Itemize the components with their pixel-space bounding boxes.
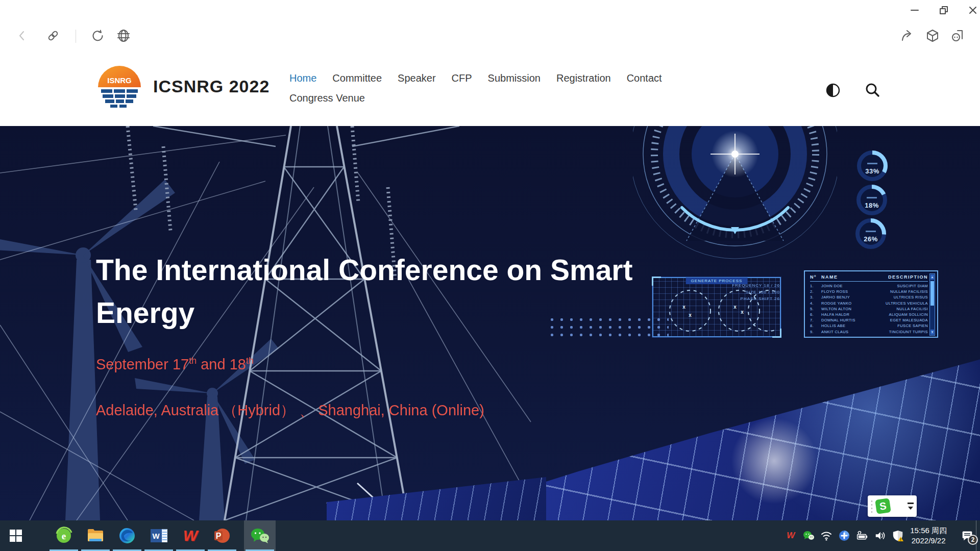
scroll-up-arrow: ▲	[930, 274, 934, 280]
site-title: ICSNRG 2022	[153, 77, 270, 96]
hud-table-scrollbar: ▲ ▼	[929, 273, 935, 336]
table-row: 6.HALFA HALDRALIQUAM SOLLICIN	[810, 312, 928, 317]
scroll-thumb	[930, 281, 934, 306]
svg-text:x: x	[741, 309, 744, 315]
date-text: September 17	[96, 356, 189, 372]
main-navigation: Home Committee Speaker CFP Submission Re…	[289, 70, 733, 106]
date-ordinal: th	[189, 356, 197, 366]
tray-wechat-icon[interactable]	[803, 530, 814, 541]
hud-gauge-1: 33%	[855, 149, 889, 183]
taskbar-file-explorer-button[interactable]	[80, 520, 111, 551]
float-window-icon[interactable]	[948, 27, 967, 45]
conference-logo: ISNRG	[97, 65, 142, 110]
tray-antivirus-icon[interactable]	[839, 530, 850, 541]
table-row: 5.WILTON ALTONNULLA FACILISI	[810, 306, 928, 312]
widget-minimize-button[interactable]	[908, 503, 914, 504]
taskbar-ie-browser-button[interactable]: e	[48, 520, 80, 551]
taskbar-word-button[interactable]: W	[143, 520, 175, 551]
nav-item-congress-venue[interactable]: Congress Venue	[289, 90, 365, 106]
browser-toolbar	[0, 20, 980, 51]
gauge-value: 26%	[854, 235, 888, 243]
hero-location: Adelaide, Australia （Hybrid） 、 Shanghai,…	[96, 400, 484, 421]
table-row: 4.RODGE YANKOULTRICES VEHICULA	[810, 300, 928, 306]
hud-gauge-3: 26%	[854, 217, 888, 251]
screen: ISNRG ICSNRG 2022 Home Committee Speaker…	[0, 0, 980, 551]
toolbar-divider	[76, 30, 76, 43]
nav-item-submission[interactable]: Submission	[488, 70, 541, 86]
tray-defender-icon[interactable]	[892, 530, 903, 541]
clock-time: 15:56 周四	[910, 525, 947, 536]
file-explorer-icon	[86, 527, 105, 545]
mini-program-cube-icon[interactable]	[923, 27, 942, 45]
table-row: 9.ANKIT CLAUSTINCIDUNT TURPIS	[810, 329, 928, 335]
scroll-down-arrow: ▼	[930, 330, 934, 335]
nav-item-home[interactable]: Home	[289, 70, 316, 86]
tray-wps-icon[interactable]: W	[785, 530, 796, 541]
gauge-label-bar	[867, 163, 877, 164]
taskbar: e	[0, 520, 980, 551]
tray-battery-icon[interactable]	[856, 530, 868, 541]
widget-dropdown-arrow[interactable]	[908, 507, 913, 510]
widget-drag-handle[interactable]	[871, 499, 873, 513]
nav-item-cfp[interactable]: CFP	[452, 70, 472, 86]
hud-data-table: Nº NAME DESCRIPTION 1.JOHN DOESUSCIPIT D…	[804, 270, 938, 338]
date-text: and 18	[197, 356, 246, 372]
floating-plugin-widget[interactable]: S	[868, 495, 917, 517]
tray-wifi-icon[interactable]	[821, 530, 832, 541]
wps-office-icon: W	[183, 528, 198, 543]
hero-title: The International Conference on Smart En…	[96, 248, 724, 334]
gauge-label-bar	[866, 231, 876, 232]
table-row: 7.DOMNAL HURTISEGET MALESUADA	[810, 317, 928, 323]
taskbar-wps-button[interactable]: W	[175, 520, 206, 551]
windows-logo-icon	[9, 529, 23, 543]
contrast-toggle-icon[interactable]	[824, 82, 842, 99]
search-icon[interactable]	[864, 82, 881, 99]
window-titlebar[interactable]	[0, 0, 980, 20]
svg-text:P: P	[216, 532, 222, 540]
svg-text:ISNRG: ISNRG	[107, 76, 132, 85]
nav-item-contact[interactable]: Contact	[627, 70, 662, 86]
tray-volume-icon[interactable]	[874, 530, 886, 541]
open-in-browser-icon[interactable]	[114, 27, 133, 45]
wechat-icon	[250, 527, 270, 544]
svg-text:x: x	[733, 304, 737, 310]
copy-link-icon[interactable]	[44, 27, 62, 45]
nav-item-speaker[interactable]: Speaker	[398, 70, 436, 86]
taskbar-clock[interactable]: 15:56 周四 2022/9/22	[910, 525, 947, 546]
hero-banner: 33% 18% 26%	[0, 126, 980, 520]
start-button[interactable]	[0, 520, 32, 551]
svg-text:e: e	[62, 531, 66, 541]
taskbar-powerpoint-button[interactable]: P	[206, 520, 238, 551]
hud-table-header: Nº NAME DESCRIPTION	[810, 274, 928, 282]
close-button[interactable]	[964, 3, 980, 17]
minimize-button[interactable]	[906, 3, 923, 17]
nav-item-registration[interactable]: Registration	[556, 70, 611, 86]
table-row: 2.FLOYD ROSSNULLAM FACILISIS	[810, 289, 928, 294]
ie-green-browser-icon: e	[55, 527, 73, 545]
clock-date: 2022/9/22	[910, 536, 947, 546]
gauge-value: 33%	[855, 167, 889, 175]
notification-center-button[interactable]: 2	[962, 530, 973, 541]
taskbar-edge-button[interactable]	[111, 520, 143, 551]
nav-item-committee[interactable]: Committee	[332, 70, 382, 86]
share-button[interactable]	[898, 27, 917, 45]
table-row: 3.JARHO BENJYULTRICES RISUS	[810, 294, 928, 300]
site-header: ISNRG ICSNRG 2022 Home Committee Speaker…	[0, 51, 980, 126]
date-ordinal: th	[246, 356, 254, 366]
powerpoint-icon: P	[213, 527, 231, 545]
system-tray: W	[785, 520, 973, 551]
refresh-button[interactable]	[89, 27, 107, 45]
show-desktop-button[interactable]	[976, 520, 980, 551]
back-button[interactable]	[13, 27, 32, 45]
gauge-value: 18%	[855, 202, 889, 209]
hero-dates: September 17th and 18th	[96, 356, 254, 373]
taskbar-wechat-button[interactable]	[244, 520, 276, 551]
edge-icon	[118, 527, 136, 545]
restore-button[interactable]	[935, 3, 952, 17]
gauge-label-bar	[867, 197, 877, 198]
hud-stat-frequency: FREQUENCY 18 / 26	[698, 282, 780, 289]
plugin-s-logo[interactable]: S	[875, 498, 891, 514]
word-icon: W	[151, 529, 167, 542]
hud-stat-size: SIZE 100 / 100	[698, 289, 780, 295]
hud-stats: FREQUENCY 18 / 26 SIZE 100 / 100 PHASE S…	[698, 282, 780, 302]
